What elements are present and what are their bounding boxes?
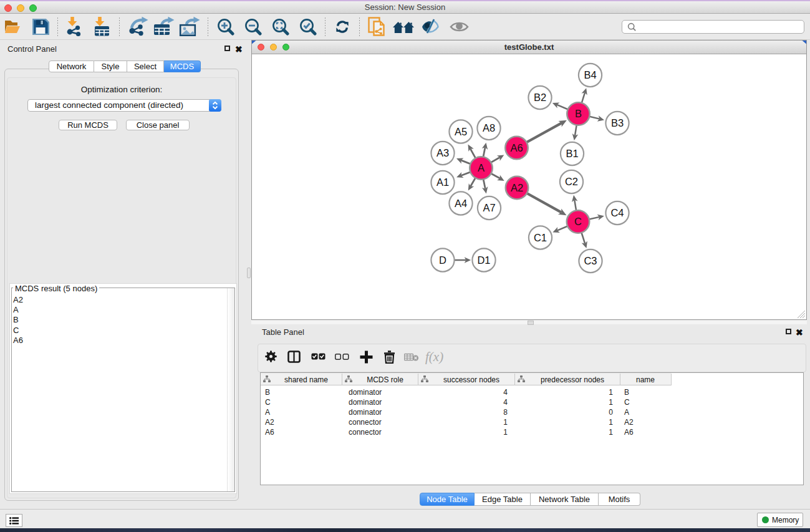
svg-text:A2: A2 <box>511 182 523 193</box>
svg-text:B1: B1 <box>566 148 578 159</box>
svg-text:B2: B2 <box>534 92 546 103</box>
svg-text:C3: C3 <box>584 255 597 266</box>
svg-text:A1: A1 <box>436 177 449 188</box>
svg-text:A4: A4 <box>455 198 467 209</box>
svg-text:C4: C4 <box>610 207 624 218</box>
svg-text:D1: D1 <box>477 254 490 266</box>
svg-text:C1: C1 <box>534 232 547 243</box>
svg-text:C2: C2 <box>565 176 578 187</box>
svg-text:A8: A8 <box>483 122 495 133</box>
svg-text:D: D <box>439 254 446 266</box>
svg-text:A6: A6 <box>510 142 523 153</box>
svg-text:C: C <box>574 216 582 227</box>
svg-text:A3: A3 <box>436 147 449 158</box>
svg-text:A: A <box>478 162 485 173</box>
svg-text:B4: B4 <box>584 69 596 80</box>
svg-text:B3: B3 <box>611 117 624 128</box>
svg-text:B: B <box>575 108 582 119</box>
svg-text:A7: A7 <box>483 202 495 213</box>
svg-text:A5: A5 <box>455 126 467 137</box>
